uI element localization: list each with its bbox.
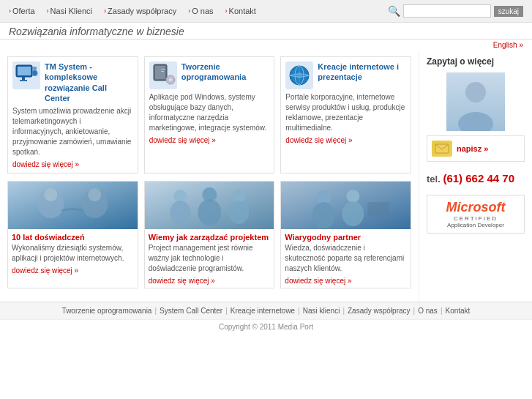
nav-arrow: ›	[104, 7, 106, 15]
microsoft-badge: Microsoft CERTIFIED Application Develope…	[427, 195, 525, 234]
card-title: 10 lat doświadczeń	[12, 233, 134, 242]
svg-point-22	[198, 199, 221, 225]
footer-nav-link[interactable]: O nas	[418, 307, 438, 315]
ms-certified-label: CERTIFIED	[432, 215, 520, 222]
phone-number: (61) 662 44 70	[443, 172, 514, 184]
card-photo	[145, 182, 274, 229]
card-text: Portale korporacyjne, internetowe serwis…	[285, 92, 406, 133]
sidebar-person-photo	[446, 72, 505, 131]
sidebar-ask-label: Zapytaj o więcej	[427, 56, 525, 67]
card-text: System umożliwia prowadzenie akcji telem…	[12, 106, 133, 157]
svg-rect-4	[33, 67, 37, 70]
card-more-link[interactable]: dowiedz się więcej »	[12, 160, 79, 168]
card-title: Wiemy jak zarządzać projektem	[149, 233, 271, 242]
top-nav: › Oferta› Nasi Klienci› Zasady współprac…	[0, 0, 532, 23]
svg-point-29	[342, 201, 364, 226]
svg-rect-30	[368, 202, 390, 217]
nav-link[interactable]: › O nas	[188, 7, 213, 15]
footer-nav-link[interactable]: Kontakt	[445, 307, 470, 315]
footer-separator: |	[154, 307, 157, 315]
search-input[interactable]	[403, 4, 491, 18]
nav-arrow: ›	[47, 7, 49, 15]
footer-nav-link[interactable]: Kreacje internetowe	[231, 307, 295, 315]
language-bar: English »	[0, 40, 532, 51]
english-link[interactable]: English »	[493, 41, 523, 49]
card-icon	[285, 61, 313, 89]
svg-point-9	[169, 78, 172, 81]
bottom-cards-row: 10 lat doświadczeń Wykonaliśmy dziesiątk…	[7, 181, 411, 288]
bottom-card-0: 10 lat doświadczeń Wykonaliśmy dziesiątk…	[7, 181, 138, 288]
card-text: Aplikacje pod Windows, systemy obsługują…	[149, 92, 270, 133]
copyright: Copyright © 2011 Media Port	[0, 319, 532, 334]
nav-arrow: ›	[188, 7, 190, 15]
footer-separator: |	[225, 307, 228, 315]
card-body: 10 lat doświadczeń Wykonaliśmy dziesiątk…	[8, 229, 138, 277]
phone-prefix: tel.	[427, 174, 441, 184]
svg-rect-13	[8, 182, 138, 229]
ms-app-dev-label: Application Developer	[432, 222, 520, 228]
svg-rect-3	[20, 80, 27, 81]
sidebar-contact: napisz »	[427, 135, 525, 162]
search-button[interactable]: szukaj	[494, 6, 523, 17]
svg-rect-7	[155, 66, 165, 79]
footer-nav-link[interactable]: Nasi klienci	[303, 307, 340, 315]
card-header: Tworzenie oprogramowania	[149, 61, 270, 89]
footer-separator: |	[441, 307, 443, 315]
svg-point-20	[170, 201, 190, 224]
svg-rect-2	[22, 77, 25, 80]
svg-point-12	[296, 72, 302, 78]
nav-link[interactable]: › Oferta	[9, 7, 35, 15]
card-more-link[interactable]: dowiedz się więcej »	[285, 136, 352, 144]
top-card-1: Tworzenie oprogramowania Aplikacje pod W…	[144, 56, 275, 174]
card-more-link[interactable]: dowiedz się więcej »	[285, 277, 351, 285]
card-more-link[interactable]: dowiedz się więcej »	[149, 277, 215, 285]
card-photo	[8, 182, 138, 229]
svg-point-31	[465, 82, 486, 102]
svg-point-28	[347, 190, 360, 203]
microsoft-logo: Microsoft	[432, 200, 520, 215]
card-title: Tworzenie oprogramowania	[181, 61, 270, 83]
card-icon	[12, 61, 40, 89]
search-icon: 🔍	[388, 5, 400, 17]
footer-nav-link[interactable]: Zasady współpracy	[348, 307, 411, 315]
top-card-2: Kreacje internetowe i prezentacje Portal…	[280, 56, 411, 174]
svg-rect-1	[18, 67, 31, 75]
card-body: Wiarygodny partner Wiedza, doświadczenie…	[281, 229, 411, 288]
nav-links: › Oferta› Nasi Klienci› Zasady współprac…	[9, 7, 256, 15]
svg-point-24	[228, 201, 249, 224]
card-text: Wykonaliśmy dziesiątki systemów, aplikac…	[12, 243, 134, 264]
card-header: Kreacje internetowe i prezentacje	[285, 61, 406, 89]
card-header: TM System - kompleksowe rozwiązanie Call…	[12, 61, 133, 103]
card-more-link[interactable]: dowiedz się więcej »	[149, 136, 216, 144]
sidebar-phone: tel. (61) 662 44 70	[427, 169, 525, 187]
footer-separator: |	[298, 307, 300, 315]
top-card-0: TM System - kompleksowe rozwiązanie Call…	[7, 56, 138, 174]
nav-arrow: ›	[225, 7, 228, 15]
svg-point-15	[44, 188, 57, 201]
nav-arrow: ›	[9, 7, 11, 15]
card-icon	[149, 61, 177, 89]
footer-separator: |	[413, 307, 416, 315]
card-text: Wiedza, doświadczenie i skuteczność popa…	[285, 243, 407, 274]
svg-point-27	[312, 202, 336, 228]
footer-nav: Tworzenie oprogramowania|System Call Cen…	[0, 302, 532, 319]
svg-point-32	[458, 112, 493, 131]
nav-link[interactable]: › Kontakt	[225, 7, 256, 15]
card-title: Kreacje internetowe i prezentacje	[318, 61, 406, 83]
search-area: 🔍 szukaj	[388, 4, 523, 18]
bottom-card-2: Wiarygodny partner Wiedza, doświadczenie…	[280, 181, 411, 288]
sidebar: Zapytaj o więcej napisz » tel. (61) 662 …	[419, 51, 532, 302]
nav-link[interactable]: › Nasi Klienci	[47, 7, 92, 15]
card-title: Wiarygodny partner	[285, 233, 407, 242]
footer-nav-link[interactable]: Tworzenie oprogramowania	[62, 307, 152, 315]
card-photo	[281, 182, 411, 229]
top-cards-row: TM System - kompleksowe rozwiązanie Call…	[7, 56, 411, 174]
napisz-link[interactable]: napisz »	[457, 144, 488, 153]
footer-nav-link[interactable]: System Call Center	[160, 307, 222, 315]
content-area: TM System - kompleksowe rozwiązanie Call…	[0, 51, 419, 302]
svg-point-17	[88, 188, 101, 201]
footer-separator: |	[342, 307, 345, 315]
card-more-link[interactable]: dowiedz się więcej »	[12, 266, 78, 275]
nav-link[interactable]: › Zasady współpracy	[104, 7, 176, 15]
email-icon	[432, 141, 452, 157]
